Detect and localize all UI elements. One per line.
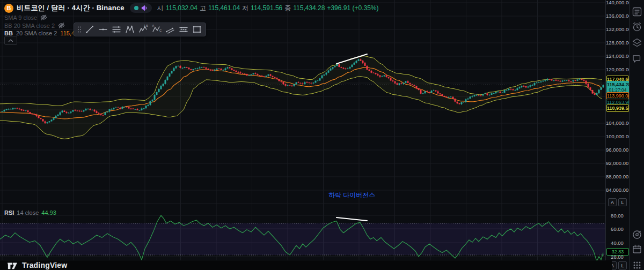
svg-text:A: A: [152, 24, 154, 27]
price-tick: 132,000.00: [606, 26, 628, 32]
price-tick: 104,000.00: [606, 120, 628, 126]
abcd-pattern-icon: AC: [151, 24, 162, 35]
rsi-tick: 40.00: [606, 240, 628, 246]
symbol-title[interactable]: 비트코인 / 달러 · 4시간 · Binance: [17, 3, 125, 13]
chat-icon: [632, 54, 642, 64]
bb-hidden-label: BB 20 SMA close 2: [4, 22, 55, 29]
close-label: 종: [284, 4, 291, 13]
price-tick: 100,000.00: [606, 133, 628, 139]
rectangle-icon: [192, 24, 202, 35]
high-label: 고: [200, 4, 206, 13]
price-tick: 140,000.00: [606, 0, 628, 5]
legend-collapse-button[interactable]: [4, 36, 17, 45]
open-label: 시: [157, 4, 164, 13]
alarm-icon: [632, 21, 642, 32]
sma9-label: SMA 9 close: [4, 14, 37, 21]
legend-bb-hidden[interactable]: BB 20 SMA close 2: [4, 22, 65, 29]
tradingview-logo-icon[interactable]: [6, 260, 18, 270]
target-button[interactable]: [632, 229, 642, 240]
flat-channel-tool[interactable]: [177, 24, 190, 35]
pitchfork-tool[interactable]: [123, 24, 136, 35]
log-scale-button[interactable]: L: [618, 261, 627, 269]
calendar-icon: [632, 244, 642, 254]
trend-line-tool[interactable]: [83, 24, 96, 35]
price-tick: 128,000.00: [606, 40, 628, 46]
parallel-lines-tool[interactable]: [109, 24, 123, 35]
low-value: 114,591.56: [251, 4, 282, 12]
price-label-bb-lower: 110,939.51: [606, 104, 629, 112]
price-axis[interactable]: 140,000.00136,000.00132,000.00128,000.00…: [605, 0, 630, 270]
bottom-bar: TradingView: [0, 260, 612, 270]
close-value: 115,434.28: [293, 4, 325, 12]
rectangle-tool[interactable]: [190, 24, 203, 35]
change-value: +396.91 (+0.35%): [327, 4, 378, 12]
market-open-dot: [134, 6, 138, 10]
object-tree-button[interactable]: [632, 38, 642, 48]
price-tick: 120,000.00: [606, 66, 628, 72]
market-status-pill[interactable]: [130, 3, 152, 13]
right-toolbar-rail: [629, 0, 644, 270]
parallel-lines-icon: [111, 24, 122, 35]
object-tree-icon: [632, 38, 642, 48]
price-tick: 96,000.00: [606, 147, 628, 153]
drag-dots-icon: [77, 26, 82, 33]
price-tick: 136,000.00: [606, 13, 628, 19]
details-icon: [632, 6, 642, 17]
tradingview-chart-window: B 비트코인 / 달러 · 4시간 · Binance 시 115,032.04…: [0, 0, 644, 270]
pitchfork-icon: [125, 24, 135, 35]
apps-grid-icon: [632, 260, 642, 270]
alarm-button[interactable]: [632, 21, 642, 32]
flat-channel-icon: [178, 24, 189, 35]
apps-grid-button[interactable]: [632, 260, 642, 270]
announcement-icon: [141, 5, 148, 11]
chart-canvas[interactable]: [0, 0, 644, 270]
price-tick: 88,000.00: [606, 174, 628, 179]
ohlc-readout: 시 115,032.04 고 115,461.04 저 114,591.56 종…: [157, 4, 379, 13]
bitcoin-icon: B: [4, 4, 13, 13]
target-icon: [632, 229, 642, 240]
auto-scale-button[interactable]: A: [608, 198, 617, 206]
legend-sma9[interactable]: SMA 9 close: [4, 14, 47, 21]
low-label: 저: [242, 4, 248, 13]
channel-icon: [165, 24, 175, 35]
chart-header: B 비트코인 / 달러 · 4시간 · Binance 시 115,032.04…: [4, 3, 379, 13]
rsi-tick: 80.00: [606, 213, 628, 219]
rsi-value: 44.93: [41, 209, 56, 216]
bb-params: 20 SMA close 2: [16, 30, 57, 36]
log-scale-button[interactable]: L: [618, 198, 627, 206]
trend-line-icon: [84, 24, 95, 35]
channel-tool[interactable]: [163, 24, 177, 35]
chat-button[interactable]: [632, 54, 642, 64]
svg-text:C: C: [159, 29, 162, 32]
price-tick: 124,000.00: [606, 53, 628, 59]
rsi-params: 14 close: [17, 209, 39, 216]
divergence-annotation[interactable]: 하락 다이버전스: [328, 191, 375, 200]
rsi-value-label: 32.83: [606, 248, 629, 256]
abcd-pattern-tool[interactable]: AC: [150, 24, 163, 35]
open-value: 115,032.04: [166, 4, 197, 12]
tradingview-logo-text[interactable]: TradingView: [22, 261, 67, 269]
high-value: 115,461.04: [208, 4, 240, 12]
calendar-button[interactable]: [632, 244, 642, 254]
axis-mode-buttons: AL: [608, 198, 627, 206]
details-button[interactable]: [632, 6, 642, 17]
eye-off-icon[interactable]: [40, 14, 47, 21]
elliott-wave-tool[interactable]: 15: [136, 24, 150, 35]
toolbar-drag-handle[interactable]: [76, 24, 83, 35]
eye-off-icon[interactable]: [58, 22, 65, 29]
drawing-toolbar[interactable]: 15AC: [74, 22, 206, 36]
chevron-up-icon: [8, 39, 13, 43]
rsi-name: RSI: [4, 209, 14, 216]
horizontal-line-icon: [98, 24, 108, 35]
horizontal-line-tool[interactable]: [96, 24, 109, 35]
elliott-wave-icon: 15: [138, 24, 149, 35]
rsi-legend[interactable]: RSI 14 close 44.93: [4, 209, 56, 216]
svg-text:1: 1: [144, 24, 145, 27]
price-tick: 84,000.00: [606, 187, 628, 193]
rsi-tick: 60.00: [606, 226, 628, 232]
price-tick: 92,000.00: [606, 160, 628, 166]
svg-text:5: 5: [146, 24, 148, 27]
